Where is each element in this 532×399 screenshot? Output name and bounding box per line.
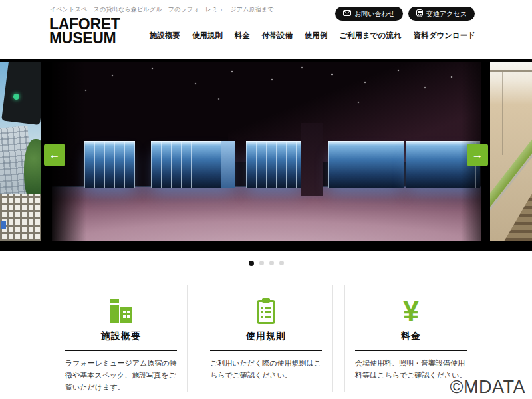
carousel-dots — [0, 261, 532, 266]
card-description: ご利用いただく際の使用規則はこちらでご確認ください。 — [210, 358, 322, 382]
carousel-dot-4[interactable] — [279, 261, 284, 265]
hall-blue-panel-group — [246, 141, 301, 188]
logo-line2: MUSEUM — [49, 29, 116, 47]
building-icon — [65, 296, 177, 327]
arrow-right-icon: → — [472, 148, 483, 161]
carousel-dot-3[interactable] — [269, 261, 274, 265]
laforet-museum-homepage: イベントスペースの貸出なら森ビルグループのラフォーレミュージアム原宿まで お問い… — [0, 0, 532, 399]
hall-blue-panel-group — [328, 141, 404, 188]
access-button[interactable]: 交通アクセス — [408, 7, 475, 21]
nav-item-usage-flow[interactable]: ご利用までの流れ — [339, 31, 401, 41]
card-title: 使用規則 — [210, 331, 322, 342]
card-title: 料金 — [355, 331, 467, 342]
logo[interactable]: LAFORET MUSEUM — [49, 17, 120, 45]
watermark: ©MDATA — [450, 377, 525, 398]
yen-icon: ¥ — [355, 296, 467, 327]
mail-icon — [343, 10, 351, 17]
carousel-next-slide-staircase-photo — [490, 62, 532, 241]
nav-item-facility-overview[interactable]: 施設概要 — [150, 31, 180, 41]
staircase-ceiling-beam — [490, 70, 532, 72]
card-description: ラフォーレミュージアム原宿の特徴や基本スペック、施設写真をご覧いただけます。 — [65, 358, 177, 393]
carousel-next-button[interactable]: → — [467, 144, 488, 166]
hall-pillar — [301, 123, 323, 196]
nav-item-use-cases[interactable]: 使用例 — [305, 31, 328, 41]
white-building — [0, 194, 41, 241]
carousel-dot-1-active[interactable] — [249, 261, 254, 266]
card-usage-rules[interactable]: 使用規則 ご利用いただく際の使用規則はこちらでご確認ください。 — [200, 285, 332, 392]
site-tagline: イベントスペースの貸出なら森ビルグループのラフォーレミュージアム原宿まで — [50, 5, 274, 14]
hall-lit-corner — [221, 141, 235, 188]
nav-item-usage-rules[interactable]: 使用規則 — [192, 31, 223, 41]
street-sign — [1, 221, 6, 229]
main-nav: 施設概要 使用規則 料金 付帯設備 使用例 ご利用までの流れ 資料ダウンロード — [150, 31, 475, 41]
nav-item-equipment[interactable]: 付帯設備 — [262, 31, 293, 41]
traffic-light-green-lamp — [13, 94, 19, 100]
card-facility-overview[interactable]: 施設概要 ラフォーレミュージアム原宿の特徴や基本スペック、施設写真をご覧いただけ… — [55, 285, 188, 392]
hero-carousel: ← → — [0, 59, 532, 251]
card-fees[interactable]: ¥ 料金 会場使用料、照明・音響設備使用料等はこちらでご確認ください。 — [344, 285, 477, 392]
staircase-wall-corner — [502, 72, 503, 155]
arrow-left-icon: ← — [49, 148, 61, 161]
card-divider — [210, 350, 322, 351]
hall-blue-panel-group — [84, 141, 135, 188]
site-header: イベントスペースの貸出なら森ビルグループのラフォーレミュージアム原宿まで お問い… — [0, 0, 532, 59]
card-divider — [65, 350, 177, 351]
card-title: 施設概要 — [65, 331, 177, 342]
clipboard-icon — [210, 296, 322, 327]
train-icon — [416, 9, 423, 19]
carousel-prev-slide-street-photo — [0, 62, 41, 241]
contact-button[interactable]: お問い合わせ — [335, 7, 403, 21]
contact-button-label: お問い合わせ — [354, 9, 395, 19]
nav-item-fees[interactable]: 料金 — [235, 31, 250, 41]
carousel-current-slide-event-hall-photo — [52, 62, 481, 241]
nav-item-downloads[interactable]: 資料ダウンロード — [414, 31, 475, 41]
hall-floor-glow — [52, 186, 481, 200]
carousel-prev-button[interactable]: ← — [44, 144, 65, 166]
feature-cards: 施設概要 ラフォーレミュージアム原宿の特徴や基本スペック、施設写真をご覧いただけ… — [55, 285, 477, 392]
card-divider — [355, 350, 467, 351]
topbar-buttons: お問い合わせ 交通アクセス — [335, 7, 475, 21]
carousel-dot-2[interactable] — [259, 261, 264, 265]
traffic-light — [1, 62, 41, 125]
access-button-label: 交通アクセス — [426, 9, 467, 19]
